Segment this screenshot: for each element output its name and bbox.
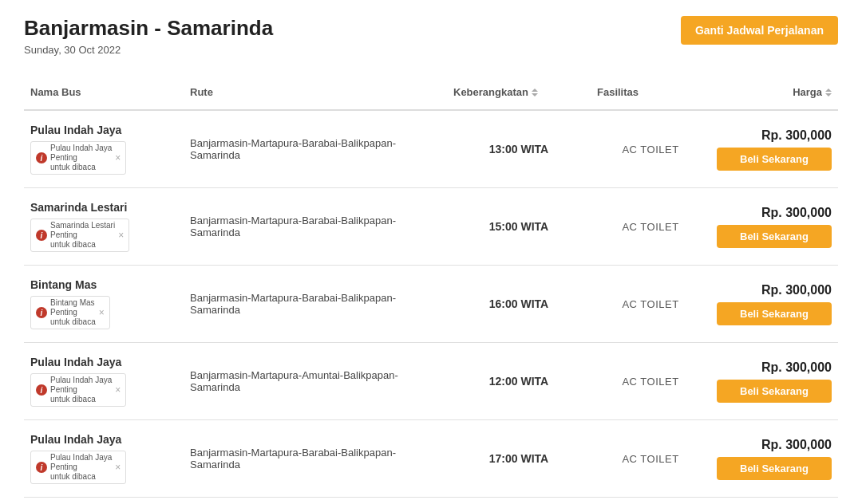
route-col: Banjarmasin-Martapura-Barabai-Balikpapan…	[184, 447, 447, 471]
departure-col: 15:00 WITA	[447, 220, 591, 233]
departure-col: 16:00 WITA	[447, 297, 591, 310]
table-row: Bintang Mas i Bintang Mas Pentinguntuk d…	[24, 266, 838, 343]
page-title: Banjarmasin - Samarinda	[24, 16, 273, 41]
badge-sub: Pentinguntuk dibaca	[50, 153, 112, 172]
badge-close-icon[interactable]: ×	[115, 462, 121, 473]
col-header-harga: Harga	[710, 83, 838, 101]
departure-col: 12:00 WITA	[447, 375, 591, 388]
badge-close-icon[interactable]: ×	[99, 307, 105, 318]
price-amount: Rp. 300,000	[717, 360, 832, 375]
route-col: Banjarmasin-Martapura-Amuntai-Balikpapan…	[184, 369, 447, 393]
badge-sub: Pentinguntuk dibaca	[50, 230, 115, 250]
route-col: Banjarmasin-Martapura-Barabai-Balikpapan…	[184, 215, 447, 238]
bus-name-col: Pulau Indah Jaya i Pulau Indah Jaya Pent…	[24, 433, 184, 484]
departure-col: 13:00 WITA	[447, 143, 591, 156]
table-row: Pulau Indah Jaya i Pulau Indah Jaya Pent…	[24, 343, 838, 420]
facilities-col: AC TOILET	[591, 298, 710, 310]
price-amount: Rp. 300,000	[717, 438, 832, 452]
buy-button[interactable]: Beli Sekarang	[717, 457, 832, 480]
badge-text: Bintang Mas Pentinguntuk dibaca	[50, 298, 96, 327]
info-icon: i	[36, 230, 47, 241]
route-col: Banjarmasin-Martapura-Barabai-Balikpapan…	[184, 292, 447, 316]
buy-button[interactable]: Beli Sekarang	[717, 380, 832, 403]
price-col: Rp. 300,000 Beli Sekarang	[710, 206, 838, 248]
bus-name-col: Bintang Mas i Bintang Mas Pentinguntuk d…	[24, 278, 184, 329]
badge-text: Pulau Indah Jaya Pentinguntuk dibaca	[50, 144, 112, 172]
bus-name-main: Bintang Mas	[30, 278, 177, 291]
col-header-nama-bus: Nama Bus	[24, 83, 184, 101]
price-col: Rp. 300,000 Beli Sekarang	[710, 283, 838, 325]
badge-text: Samarinda Lestari Pentinguntuk dibaca	[50, 221, 115, 250]
buy-button[interactable]: Beli Sekarang	[717, 302, 832, 325]
badge-close-icon[interactable]: ×	[118, 230, 124, 241]
price-amount: Rp. 300,000	[717, 128, 832, 143]
buy-button[interactable]: Beli Sekarang	[717, 225, 832, 248]
bus-badge: i Pulau Indah Jaya Pentinguntuk dibaca ×	[30, 373, 126, 407]
price-col: Rp. 300,000 Beli Sekarang	[710, 128, 838, 171]
price-amount: Rp. 300,000	[717, 206, 832, 220]
badge-sub: Pentinguntuk dibaca	[50, 463, 112, 482]
badge-sub: Pentinguntuk dibaca	[50, 308, 96, 327]
bus-badge: i Pulau Indah Jaya Pentinguntuk dibaca ×	[30, 451, 126, 484]
bus-badge: i Samarinda Lestari Pentinguntuk dibaca …	[30, 219, 129, 252]
badge-sub: Pentinguntuk dibaca	[50, 385, 112, 404]
bus-rows-container: Pulau Indah Jaya i Pulau Indah Jaya Pent…	[24, 111, 838, 498]
route-col: Banjarmasin-Martapura-Barabai-Balikpapan…	[184, 137, 447, 161]
page-header: Banjarmasin - Samarinda Sunday, 30 Oct 2…	[24, 16, 838, 56]
info-icon: i	[36, 462, 47, 473]
col-header-keberangkatan: Keberangkatan	[447, 83, 591, 101]
badge-name: Pulau Indah Jaya	[50, 376, 112, 385]
bus-name-main: Pulau Indah Jaya	[30, 356, 177, 368]
price-col: Rp. 300,000 Beli Sekarang	[710, 438, 838, 480]
bus-name-main: Samarinda Lestari	[30, 201, 177, 214]
facilities-col: AC TOILET	[591, 144, 710, 156]
facilities-col: AC TOILET	[591, 376, 710, 388]
info-icon: i	[36, 307, 47, 318]
bus-name-col: Pulau Indah Jaya i Pulau Indah Jaya Pent…	[24, 124, 184, 175]
page-subtitle: Sunday, 30 Oct 2022	[24, 44, 273, 56]
badge-close-icon[interactable]: ×	[115, 152, 121, 163]
buy-button[interactable]: Beli Sekarang	[717, 148, 832, 171]
table-header: Nama Bus Rute Keberangkatan Fasilitas Ha…	[24, 75, 838, 111]
col-header-fasilitas: Fasilitas	[591, 83, 710, 101]
bus-name-col: Pulau Indah Jaya i Pulau Indah Jaya Pent…	[24, 356, 184, 407]
bus-name-main: Pulau Indah Jaya	[30, 124, 177, 136]
table-row: Pulau Indah Jaya i Pulau Indah Jaya Pent…	[24, 111, 838, 188]
price-col: Rp. 300,000 Beli Sekarang	[710, 360, 838, 403]
bus-name-main: Pulau Indah Jaya	[30, 433, 177, 446]
bus-name-col: Samarinda Lestari i Samarinda Lestari Pe…	[24, 201, 184, 252]
facilities-col: AC TOILET	[591, 453, 710, 465]
badge-name: Samarinda Lestari	[50, 221, 115, 230]
change-schedule-button[interactable]: Ganti Jadwal Perjalanan	[681, 16, 838, 45]
info-icon: i	[36, 152, 47, 163]
table-row: Samarinda Lestari i Samarinda Lestari Pe…	[24, 188, 838, 266]
info-icon: i	[36, 384, 47, 396]
badge-name: Pulau Indah Jaya	[50, 144, 112, 153]
badge-close-icon[interactable]: ×	[115, 384, 121, 396]
sort-keberangkatan-icon[interactable]	[532, 89, 538, 96]
col-header-rute: Rute	[184, 83, 447, 101]
title-block: Banjarmasin - Samarinda Sunday, 30 Oct 2…	[24, 16, 273, 56]
departure-col: 17:00 WITA	[447, 452, 591, 465]
table-row: Pulau Indah Jaya i Pulau Indah Jaya Pent…	[24, 420, 838, 498]
badge-text: Pulau Indah Jaya Pentinguntuk dibaca	[50, 453, 112, 482]
bus-badge: i Pulau Indah Jaya Pentinguntuk dibaca ×	[30, 141, 126, 175]
bus-badge: i Bintang Mas Pentinguntuk dibaca ×	[30, 296, 110, 329]
badge-name: Pulau Indah Jaya	[50, 453, 112, 463]
price-amount: Rp. 300,000	[717, 283, 832, 297]
badge-text: Pulau Indah Jaya Pentinguntuk dibaca	[50, 376, 112, 404]
badge-name: Bintang Mas	[50, 298, 96, 308]
sort-harga-icon[interactable]	[825, 89, 832, 96]
facilities-col: AC TOILET	[591, 221, 710, 233]
